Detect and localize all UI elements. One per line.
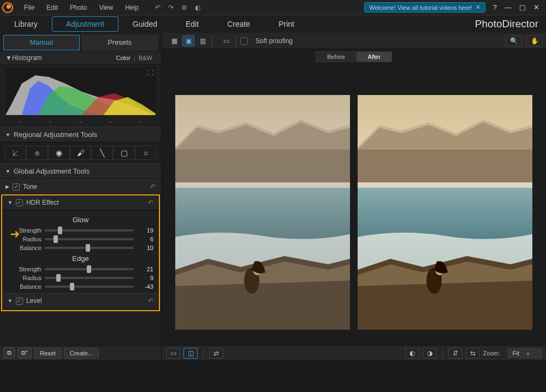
histogram-color[interactable]: Color (113, 54, 134, 62)
crop-tool-icon[interactable]: ⟀ (4, 146, 26, 160)
create-preset-button[interactable]: Create... (64, 348, 99, 359)
zoom-select[interactable]: Fit (508, 348, 542, 358)
mode-create[interactable]: Create (213, 16, 264, 32)
menu-photo[interactable]: Photo (64, 2, 92, 14)
undo-icon[interactable]: ↶ (150, 183, 156, 191)
glow-radius-value: 6 (137, 236, 153, 242)
settings-icon[interactable]: ⚙ (181, 4, 187, 11)
chevron-down-icon[interactable]: ▼ (5, 54, 12, 62)
tutorial-text: Welcome! View all tutorial videos here! (369, 4, 472, 11)
histogram-axis: ––––– (5, 118, 156, 124)
brush-tool-icon[interactable]: 🖌 (70, 146, 92, 160)
menu-view[interactable]: View (93, 2, 118, 14)
maximize-icon[interactable]: ▢ (519, 3, 526, 11)
soft-proofing-label: Soft proofing (256, 37, 293, 45)
regional-tools-title: Regional Adjustment Tools (14, 130, 97, 139)
hdr-checkbox[interactable]: ✓ (16, 199, 23, 206)
edge-title: Edge (8, 254, 153, 263)
histogram-bw[interactable]: B&W (135, 54, 156, 62)
before-image (175, 95, 350, 330)
app-logo (0, 0, 15, 15)
chevron-down-icon[interactable]: ▼ (5, 132, 10, 138)
notifications-icon[interactable]: ◐ (195, 4, 200, 11)
close-icon[interactable]: ✕ (476, 4, 480, 11)
edge-balance-slider[interactable] (45, 286, 134, 288)
radial-mask-icon[interactable]: ○ (135, 146, 157, 160)
minimize-icon[interactable]: — (505, 3, 512, 11)
edge-balance-label: Balance (8, 283, 41, 290)
undo-icon[interactable]: ↶ (148, 297, 153, 305)
subtab-manual[interactable]: Manual (3, 35, 80, 50)
close-window-icon[interactable]: ✕ (533, 3, 539, 11)
copy-settings-icon[interactable]: ⧉ (3, 347, 15, 359)
secondary-display-icon[interactable]: ▭ (220, 35, 232, 46)
chevron-down-icon[interactable]: ▼ (8, 200, 13, 205)
glow-balance-value: 10 (137, 245, 153, 251)
pan-tool-icon[interactable]: ✋ (526, 35, 543, 46)
expand-icon[interactable]: ⛶ (147, 69, 153, 76)
mode-guided[interactable]: Guided (118, 16, 171, 32)
edge-radius-label: Radius (8, 275, 41, 281)
glow-balance-label: Balance (8, 245, 41, 251)
undo-icon[interactable]: ↶ (148, 199, 153, 206)
paste-settings-icon[interactable]: ⧉⁺ (17, 347, 32, 359)
help-icon[interactable]: ? (493, 3, 497, 11)
view-image-icon[interactable]: ▣ (182, 35, 194, 46)
glow-radius-slider[interactable] (45, 238, 134, 240)
edge-balance-value: -43 (137, 283, 153, 290)
gradient-tool-icon[interactable]: ╲ (91, 146, 113, 160)
global-tools-title: Global Adjustment Tools (14, 167, 90, 175)
spot-tool-icon[interactable]: ⌾ (26, 146, 48, 160)
mode-edit[interactable]: Edit (171, 16, 213, 32)
swap-icon[interactable]: ⇄ (209, 348, 223, 359)
before-tab[interactable]: Before (316, 51, 356, 62)
tone-label: Tone (23, 183, 37, 191)
glow-strength-slider[interactable] (45, 229, 134, 231)
menu-bar: File Edit Photo View Help (19, 2, 144, 14)
edge-strength-label: Strength (8, 266, 41, 272)
split-view-icon[interactable]: ◫ (183, 348, 198, 359)
glow-title: Glow (8, 216, 153, 224)
flip-h-icon[interactable]: ⇆ (466, 348, 480, 359)
tutorial-banner[interactable]: Welcome! View all tutorial videos here! … (364, 2, 485, 13)
single-view-icon[interactable]: ▭ (166, 348, 180, 359)
glow-balance-slider[interactable] (45, 247, 134, 249)
view-grid-icon[interactable]: ▥ (197, 35, 209, 46)
compare-toggle-icon[interactable]: ◐ (405, 348, 419, 359)
mode-adjustment[interactable]: Adjustment (52, 16, 118, 32)
chevron-right-icon[interactable]: ▶ (5, 184, 9, 189)
soft-proofing-checkbox[interactable] (240, 37, 248, 45)
after-tab[interactable]: After (357, 51, 392, 62)
subtab-presets[interactable]: Presets (82, 35, 158, 50)
chevron-down-icon[interactable]: ▼ (5, 169, 10, 174)
brand-label: PhotoDirector (475, 18, 538, 30)
tone-checkbox[interactable]: ✓ (13, 183, 20, 191)
undo-icon[interactable]: ↶ (155, 4, 161, 11)
mode-print[interactable]: Print (264, 16, 308, 32)
after-image (358, 95, 532, 330)
mode-library[interactable]: Library (0, 16, 52, 32)
menu-edit[interactable]: Edit (41, 2, 63, 14)
annotation-arrow-icon (10, 227, 20, 241)
redo-icon[interactable]: ↷ (168, 4, 174, 11)
menu-help[interactable]: Help (120, 2, 144, 14)
edge-radius-value: 9 (137, 275, 153, 281)
hdr-label: HDR Effect (26, 199, 59, 206)
redeye-tool-icon[interactable]: ◉ (48, 146, 70, 160)
view-single-icon[interactable]: ▦ (168, 35, 180, 46)
rect-mask-icon[interactable]: ▢ (113, 146, 135, 160)
edge-radius-slider[interactable] (45, 277, 134, 279)
reset-button[interactable]: Reset (34, 348, 62, 359)
histogram-chart: ⛶ (5, 67, 156, 116)
flip-v-icon[interactable]: ⇵ (448, 348, 462, 359)
glow-strength-value: 19 (137, 227, 153, 234)
zoom-label: Zoom: (483, 350, 500, 357)
edge-strength-value: 21 (137, 266, 153, 272)
edge-strength-slider[interactable] (45, 268, 134, 270)
chevron-down-icon[interactable]: ▼ (8, 298, 13, 304)
level-label: Level (26, 297, 42, 305)
mirror-icon[interactable]: ◑ (423, 348, 437, 359)
zoom-tool-icon[interactable]: 🔍 (506, 35, 522, 46)
level-checkbox[interactable]: ✓ (16, 298, 23, 305)
menu-file[interactable]: File (19, 2, 40, 14)
